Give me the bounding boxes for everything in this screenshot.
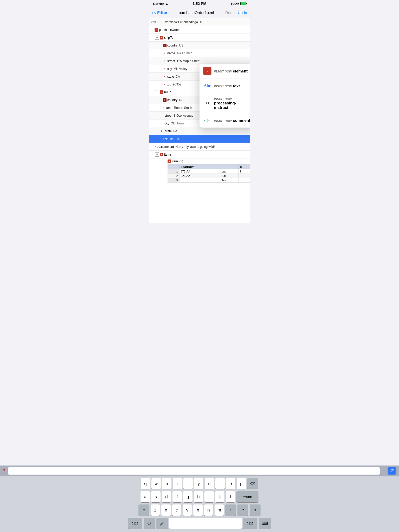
shipto-name-row[interactable]: ‹ name Alice Smith <box>149 49 250 57</box>
attr-icon-billto-country: ≡ <box>163 98 167 102</box>
item-count: (3) <box>179 159 183 163</box>
attr-icon-comment: ‹ <box>155 145 156 148</box>
attr-icon-street: ‹ <box>163 59 167 63</box>
attr-icon-zip-shipto: ‹ <box>163 83 167 86</box>
shipto-street-value: 125 Maple Street <box>177 59 200 63</box>
ship-to-node: shipTo <box>164 36 173 39</box>
row-1-col3: fi <box>239 169 250 174</box>
attr-icon-billto-zip: ‹ <box>163 137 164 140</box>
collapse-items[interactable]: − <box>155 152 159 157</box>
billto-name-name: name <box>164 106 172 110</box>
item-node-label: item <box>172 159 178 163</box>
row-3-partnum <box>179 178 220 183</box>
shipto-country-value: US <box>179 44 183 47</box>
shipto-state-name: state <box>167 75 174 78</box>
nav-title: purchaseOrder1.xml <box>179 10 214 15</box>
item-row[interactable]: − ▪ item (3) ≡partNum <box>149 158 250 184</box>
menu-item-insert-element[interactable]: ▪ insert new element <box>200 64 250 78</box>
context-menu: ▪ insert new element Abc insert new text… <box>200 64 250 128</box>
carrier-label: Carrier <box>153 2 164 6</box>
attr-icon-billto-city: ‹ <box>163 122 164 125</box>
table-row[interactable]: 3 Tes <box>168 178 250 183</box>
collapse-bill-to[interactable]: − <box>155 90 159 94</box>
status-bar: Carrier ▲ 1:52 PM 100% <box>149 0 250 7</box>
bill-to-node: billTo <box>164 90 171 94</box>
attr-icon-city: ‹ <box>163 67 167 71</box>
status-left: Carrier ▲ <box>153 2 168 6</box>
row-num-1: 1 <box>168 169 179 174</box>
table-row[interactable]: 1 872-AA Lav fi <box>168 169 250 174</box>
billto-name-value: Robert Smith <box>174 106 192 110</box>
menu-icon-text: Abc <box>203 82 211 90</box>
shipto-name-name: name <box>167 51 175 55</box>
billto-country-name: country <box>167 98 177 102</box>
xml-label: xml <box>149 19 163 25</box>
billto-street-value: 8 Oak Avenue <box>174 114 193 117</box>
purchase-order-node: purchaseOrder <box>159 28 180 32</box>
redo-button[interactable]: Redo <box>225 10 235 15</box>
attr-icon-billto-state: ‹ <box>163 130 164 132</box>
items-node: items <box>164 153 172 156</box>
items-row[interactable]: − ▪ items <box>149 151 250 158</box>
collapse-item[interactable]: − <box>163 160 167 164</box>
row-num-3: 3 <box>168 178 179 183</box>
element-icon-item: ▪ <box>168 159 171 163</box>
attr-icon-billto-name: ‹ <box>163 106 164 109</box>
table-header-col3: o <box>239 164 250 169</box>
menu-icon-comment: <!-- <box>203 116 211 124</box>
billto-zip-name: zip <box>164 137 168 141</box>
back-button[interactable]: ‹ < Editor <box>152 10 167 15</box>
collapse-ship-to[interactable]: − <box>155 36 159 40</box>
attr-icon-country: ≡ <box>163 44 167 47</box>
table-header-col2: ‹ <box>220 164 238 169</box>
undo-button[interactable]: Undo <box>238 10 247 15</box>
row-1-partnum: 872-AA <box>179 169 220 174</box>
menu-icon-processing: ID <box>203 99 211 107</box>
row-2-partnum: 926-AA <box>179 174 220 178</box>
dot-indicator <box>160 130 163 132</box>
billto-country-value: US <box>179 98 183 102</box>
menu-label-text: insert new text <box>214 84 240 88</box>
nav-actions: Redo Undo <box>225 10 247 15</box>
back-chevron-icon: ‹ <box>152 10 153 15</box>
shipto-city-value: Mill Valley <box>174 67 187 71</box>
menu-icon-element: ▪ <box>203 67 211 75</box>
billto-zip-value: 95819 <box>170 137 179 141</box>
shipto-name-value: Alice Smith <box>177 51 192 55</box>
element-icon-ship-to: ▪ <box>160 36 163 39</box>
ship-to-row[interactable]: − ▪ shipTo <box>149 34 250 42</box>
element-icon-items: ▪ <box>160 153 163 156</box>
menu-label-comment: insert new comment <box>214 118 250 123</box>
menu-item-insert-comment[interactable]: <!-- insert new comment <box>200 113 250 128</box>
battery-fill <box>241 2 246 5</box>
row-2-col3 <box>239 174 250 178</box>
row-1-col2: Lav <box>220 169 238 174</box>
battery-icon <box>240 2 246 5</box>
billto-street-name: street <box>164 114 172 117</box>
element-icon-purchase-order: ▪ <box>155 28 158 32</box>
shipto-country-row[interactable]: ≡ country US <box>149 42 250 49</box>
comment-row[interactable]: ‹ po:comment Hurry, my lawn is going wil… <box>149 143 250 151</box>
xml-declaration-row: xml version='1.0' encoding='UTF-8' <box>149 18 250 26</box>
collapse-purchase-order[interactable]: − <box>150 28 154 32</box>
time-label: 1:52 PM <box>192 2 206 6</box>
billto-state-row[interactable]: ‹ state PA <box>149 127 250 135</box>
menu-item-insert-processing[interactable]: ID insert new processing-instruct... <box>200 93 250 113</box>
shipto-zip-name: zip <box>167 83 171 86</box>
root-node-row[interactable]: − ▪ purchaseOrder <box>149 26 250 34</box>
battery-percent: 100% <box>231 2 239 6</box>
xml-value: version='1.0' encoding='UTF-8' <box>163 19 210 25</box>
billto-zip-row[interactable]: ‹ zip 95819 <box>149 135 250 143</box>
comment-node-name: po:comment <box>157 145 174 149</box>
menu-item-insert-text[interactable]: Abc insert new text <box>200 78 250 93</box>
row-3-col2: Tes <box>220 178 238 183</box>
shipto-city-name: city <box>167 67 172 71</box>
nav-bar: ‹ < Editor purchaseOrder1.xml Redo Undo <box>149 7 250 18</box>
status-right: 100% <box>231 2 246 6</box>
shipto-street-name: street <box>167 59 175 63</box>
menu-label-element: insert new element <box>214 69 248 73</box>
table-row[interactable]: 2 926-AA Bal <box>168 174 250 178</box>
back-label: < Editor <box>154 10 167 15</box>
shipto-country-name: country <box>167 44 177 47</box>
table-header-partnum: ≡partNum <box>179 164 220 169</box>
